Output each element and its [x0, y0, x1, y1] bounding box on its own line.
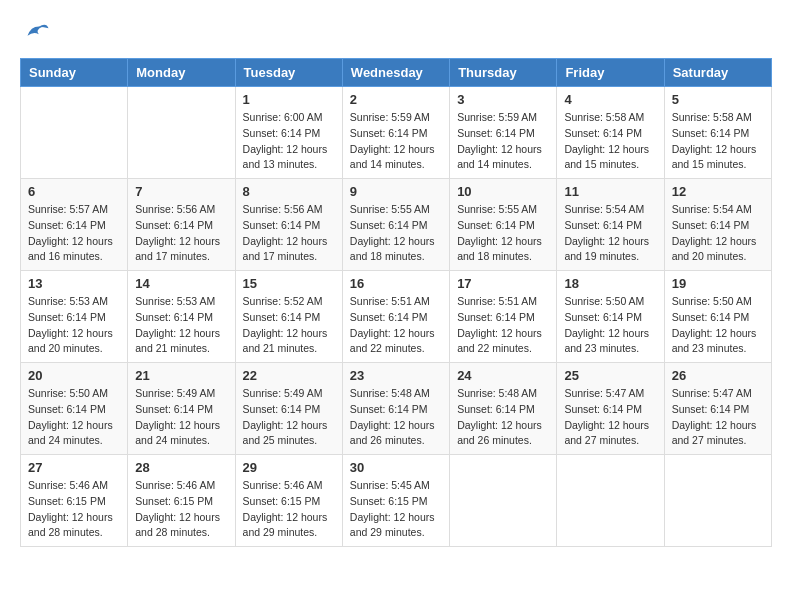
weekday-header: Monday — [128, 59, 235, 87]
calendar-cell: 14Sunrise: 5:53 AM Sunset: 6:14 PM Dayli… — [128, 271, 235, 363]
calendar-cell: 18Sunrise: 5:50 AM Sunset: 6:14 PM Dayli… — [557, 271, 664, 363]
day-info: Sunrise: 5:50 AM Sunset: 6:14 PM Dayligh… — [672, 294, 764, 357]
day-info: Sunrise: 5:52 AM Sunset: 6:14 PM Dayligh… — [243, 294, 335, 357]
day-number: 14 — [135, 276, 227, 291]
day-info: Sunrise: 5:45 AM Sunset: 6:15 PM Dayligh… — [350, 478, 442, 541]
calendar-cell: 1Sunrise: 6:00 AM Sunset: 6:14 PM Daylig… — [235, 87, 342, 179]
day-info: Sunrise: 5:56 AM Sunset: 6:14 PM Dayligh… — [243, 202, 335, 265]
calendar-cell: 20Sunrise: 5:50 AM Sunset: 6:14 PM Dayli… — [21, 363, 128, 455]
weekday-header: Tuesday — [235, 59, 342, 87]
day-number: 12 — [672, 184, 764, 199]
calendar-cell: 5Sunrise: 5:58 AM Sunset: 6:14 PM Daylig… — [664, 87, 771, 179]
day-info: Sunrise: 5:57 AM Sunset: 6:14 PM Dayligh… — [28, 202, 120, 265]
day-number: 19 — [672, 276, 764, 291]
day-info: Sunrise: 5:54 AM Sunset: 6:14 PM Dayligh… — [564, 202, 656, 265]
day-info: Sunrise: 5:49 AM Sunset: 6:14 PM Dayligh… — [135, 386, 227, 449]
day-number: 13 — [28, 276, 120, 291]
calendar-cell: 22Sunrise: 5:49 AM Sunset: 6:14 PM Dayli… — [235, 363, 342, 455]
day-number: 20 — [28, 368, 120, 383]
day-info: Sunrise: 5:55 AM Sunset: 6:14 PM Dayligh… — [457, 202, 549, 265]
day-info: Sunrise: 5:53 AM Sunset: 6:14 PM Dayligh… — [28, 294, 120, 357]
day-number: 8 — [243, 184, 335, 199]
calendar-week-row: 13Sunrise: 5:53 AM Sunset: 6:14 PM Dayli… — [21, 271, 772, 363]
day-number: 9 — [350, 184, 442, 199]
day-info: Sunrise: 5:48 AM Sunset: 6:14 PM Dayligh… — [457, 386, 549, 449]
calendar-cell: 26Sunrise: 5:47 AM Sunset: 6:14 PM Dayli… — [664, 363, 771, 455]
day-info: Sunrise: 5:55 AM Sunset: 6:14 PM Dayligh… — [350, 202, 442, 265]
day-number: 16 — [350, 276, 442, 291]
calendar-cell: 13Sunrise: 5:53 AM Sunset: 6:14 PM Dayli… — [21, 271, 128, 363]
day-number: 26 — [672, 368, 764, 383]
calendar-cell: 4Sunrise: 5:58 AM Sunset: 6:14 PM Daylig… — [557, 87, 664, 179]
day-number: 28 — [135, 460, 227, 475]
day-number: 2 — [350, 92, 442, 107]
calendar-cell: 27Sunrise: 5:46 AM Sunset: 6:15 PM Dayli… — [21, 455, 128, 547]
day-info: Sunrise: 5:46 AM Sunset: 6:15 PM Dayligh… — [28, 478, 120, 541]
day-number: 11 — [564, 184, 656, 199]
calendar-cell — [450, 455, 557, 547]
weekday-header: Wednesday — [342, 59, 449, 87]
weekday-header: Saturday — [664, 59, 771, 87]
calendar-cell: 23Sunrise: 5:48 AM Sunset: 6:14 PM Dayli… — [342, 363, 449, 455]
weekday-header: Friday — [557, 59, 664, 87]
day-number: 15 — [243, 276, 335, 291]
day-info: Sunrise: 5:51 AM Sunset: 6:14 PM Dayligh… — [350, 294, 442, 357]
calendar-cell: 17Sunrise: 5:51 AM Sunset: 6:14 PM Dayli… — [450, 271, 557, 363]
day-number: 25 — [564, 368, 656, 383]
calendar-cell: 8Sunrise: 5:56 AM Sunset: 6:14 PM Daylig… — [235, 179, 342, 271]
day-info: Sunrise: 5:50 AM Sunset: 6:14 PM Dayligh… — [28, 386, 120, 449]
calendar-week-row: 1Sunrise: 6:00 AM Sunset: 6:14 PM Daylig… — [21, 87, 772, 179]
day-number: 30 — [350, 460, 442, 475]
calendar-cell: 2Sunrise: 5:59 AM Sunset: 6:14 PM Daylig… — [342, 87, 449, 179]
calendar-cell: 16Sunrise: 5:51 AM Sunset: 6:14 PM Dayli… — [342, 271, 449, 363]
day-number: 24 — [457, 368, 549, 383]
day-info: Sunrise: 5:48 AM Sunset: 6:14 PM Dayligh… — [350, 386, 442, 449]
day-info: Sunrise: 5:58 AM Sunset: 6:14 PM Dayligh… — [672, 110, 764, 173]
weekday-header: Thursday — [450, 59, 557, 87]
calendar-cell: 15Sunrise: 5:52 AM Sunset: 6:14 PM Dayli… — [235, 271, 342, 363]
day-number: 7 — [135, 184, 227, 199]
calendar-header-row: SundayMondayTuesdayWednesdayThursdayFrid… — [21, 59, 772, 87]
page-header — [20, 20, 772, 48]
day-number: 5 — [672, 92, 764, 107]
day-number: 3 — [457, 92, 549, 107]
calendar-cell: 28Sunrise: 5:46 AM Sunset: 6:15 PM Dayli… — [128, 455, 235, 547]
logo — [20, 20, 54, 48]
calendar-cell: 6Sunrise: 5:57 AM Sunset: 6:14 PM Daylig… — [21, 179, 128, 271]
day-number: 6 — [28, 184, 120, 199]
calendar-cell: 30Sunrise: 5:45 AM Sunset: 6:15 PM Dayli… — [342, 455, 449, 547]
day-number: 17 — [457, 276, 549, 291]
calendar-cell: 10Sunrise: 5:55 AM Sunset: 6:14 PM Dayli… — [450, 179, 557, 271]
day-number: 21 — [135, 368, 227, 383]
day-number: 23 — [350, 368, 442, 383]
day-info: Sunrise: 5:46 AM Sunset: 6:15 PM Dayligh… — [243, 478, 335, 541]
day-number: 27 — [28, 460, 120, 475]
calendar-cell — [664, 455, 771, 547]
calendar-cell: 3Sunrise: 5:59 AM Sunset: 6:14 PM Daylig… — [450, 87, 557, 179]
day-info: Sunrise: 6:00 AM Sunset: 6:14 PM Dayligh… — [243, 110, 335, 173]
day-info: Sunrise: 5:49 AM Sunset: 6:14 PM Dayligh… — [243, 386, 335, 449]
calendar-table: SundayMondayTuesdayWednesdayThursdayFrid… — [20, 58, 772, 547]
day-info: Sunrise: 5:58 AM Sunset: 6:14 PM Dayligh… — [564, 110, 656, 173]
calendar-cell: 25Sunrise: 5:47 AM Sunset: 6:14 PM Dayli… — [557, 363, 664, 455]
day-info: Sunrise: 5:53 AM Sunset: 6:14 PM Dayligh… — [135, 294, 227, 357]
calendar-cell: 11Sunrise: 5:54 AM Sunset: 6:14 PM Dayli… — [557, 179, 664, 271]
day-info: Sunrise: 5:56 AM Sunset: 6:14 PM Dayligh… — [135, 202, 227, 265]
day-info: Sunrise: 5:50 AM Sunset: 6:14 PM Dayligh… — [564, 294, 656, 357]
calendar-cell: 29Sunrise: 5:46 AM Sunset: 6:15 PM Dayli… — [235, 455, 342, 547]
day-info: Sunrise: 5:46 AM Sunset: 6:15 PM Dayligh… — [135, 478, 227, 541]
day-info: Sunrise: 5:47 AM Sunset: 6:14 PM Dayligh… — [564, 386, 656, 449]
day-number: 22 — [243, 368, 335, 383]
day-info: Sunrise: 5:59 AM Sunset: 6:14 PM Dayligh… — [457, 110, 549, 173]
calendar-cell: 21Sunrise: 5:49 AM Sunset: 6:14 PM Dayli… — [128, 363, 235, 455]
weekday-header: Sunday — [21, 59, 128, 87]
logo-icon — [20, 20, 50, 44]
calendar-week-row: 27Sunrise: 5:46 AM Sunset: 6:15 PM Dayli… — [21, 455, 772, 547]
day-info: Sunrise: 5:59 AM Sunset: 6:14 PM Dayligh… — [350, 110, 442, 173]
day-info: Sunrise: 5:47 AM Sunset: 6:14 PM Dayligh… — [672, 386, 764, 449]
calendar-cell: 9Sunrise: 5:55 AM Sunset: 6:14 PM Daylig… — [342, 179, 449, 271]
day-number: 1 — [243, 92, 335, 107]
calendar-week-row: 20Sunrise: 5:50 AM Sunset: 6:14 PM Dayli… — [21, 363, 772, 455]
day-info: Sunrise: 5:54 AM Sunset: 6:14 PM Dayligh… — [672, 202, 764, 265]
calendar-cell — [128, 87, 235, 179]
